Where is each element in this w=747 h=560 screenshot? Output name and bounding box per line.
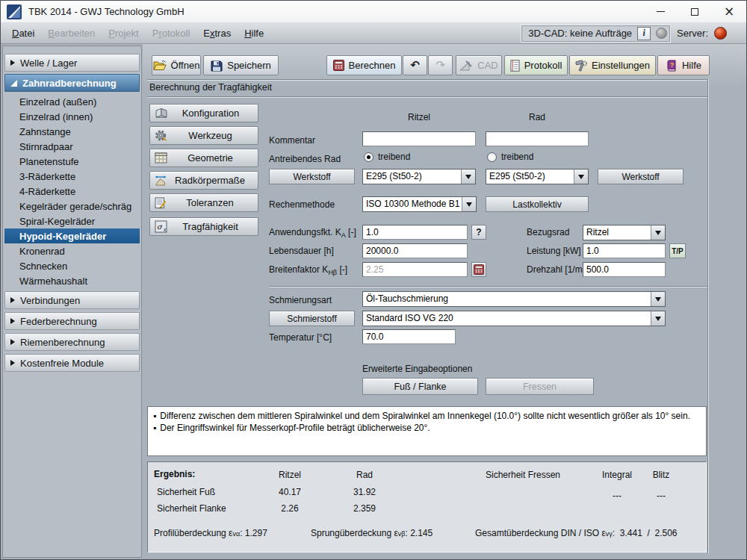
sidebar-group-riemenberechnung[interactable]: Riemenberechnung	[4, 333, 140, 351]
gesamtueberdeckung-value: Gesamtüberdeckung DIN / ISO εvγ: 3.441 /…	[475, 528, 678, 538]
konfiguration-button[interactable]: Konfiguration	[149, 104, 258, 122]
gear-icon	[155, 129, 167, 142]
schmierstoff-button[interactable]: Schmierstoff	[269, 311, 355, 326]
breitenfaktor-calculator-button[interactable]	[471, 262, 486, 277]
undo-button[interactable]: ↶	[403, 55, 427, 75]
bezugsrad-select[interactable]: Ritzel	[583, 225, 666, 240]
app-logo-icon	[7, 4, 22, 19]
cad-status-box: 3D-CAD: keine Aufträge i	[521, 25, 671, 43]
hints-box: ▪Differenz zwischen dem mittleren Spiral…	[147, 406, 707, 456]
sidebar-item-spiral-kegelraeder[interactable]: Spiral-Kegelräder	[4, 214, 140, 228]
anwendungsfaktor-label: Anwendungsfkt. KA [-]	[269, 227, 356, 239]
leistung-label: Leistung [kW]	[527, 246, 581, 256]
temperatur-input[interactable]	[362, 329, 456, 344]
calculate-button[interactable]: Berechnen	[326, 55, 402, 75]
werkstoff-ritzel-button[interactable]: Werkstoff	[269, 169, 355, 184]
divider	[147, 96, 707, 97]
info-button[interactable]: i	[637, 27, 651, 40]
fuss-flanke-button[interactable]: Fuß / Flanke	[362, 378, 478, 395]
menu-datei[interactable]: Datei	[5, 23, 41, 43]
werkstoff-ritzel-select[interactable]: E295 (St50-2)	[362, 169, 476, 184]
save-button[interactable]: Speichern	[203, 55, 279, 75]
schmierungsart-label: Schmierungsart	[269, 295, 332, 305]
undo-icon: ↶	[410, 60, 420, 71]
sidebar-item-stirnradpaar[interactable]: Stirnradpaar	[4, 139, 140, 154]
radio-checked-icon	[364, 152, 374, 162]
help-button[interactable]: ? Hilfe	[657, 55, 710, 75]
open-button[interactable]: Öffnen	[152, 55, 201, 75]
sidebar-item-kronenrad[interactable]: Kronenrad	[4, 243, 140, 258]
kommentar-label: Kommentar	[269, 135, 315, 146]
werkstoff-rad-button[interactable]: Werkstoff	[598, 169, 684, 184]
menu-extras[interactable]: Extras	[196, 23, 238, 43]
document-icon	[510, 60, 520, 72]
kommentar-rad-input[interactable]	[486, 131, 589, 146]
sidebar-item-3-raederkette[interactable]: 3-Räderkette	[4, 169, 140, 184]
chevron-right-icon	[10, 318, 15, 324]
sidebar-group-zahnradberechnung[interactable]: Zahnradberechnung	[4, 74, 140, 92]
minimize-button[interactable]	[643, 1, 678, 22]
rechenmethode-select[interactable]: ISO 10300 Methode B1	[362, 196, 477, 212]
sidebar-item-4-raederkette[interactable]: 4-Räderkette	[4, 184, 140, 199]
sidebar-group-welle-lager[interactable]: Welle / Lager	[4, 54, 140, 72]
sidebar-item-waermehaushalt[interactable]: Wärmehaushalt	[4, 273, 140, 288]
drehzahl-input[interactable]	[583, 262, 666, 277]
report-button[interactable]: Protokoll	[504, 55, 568, 75]
sidebar-group-federberechnung[interactable]: Federberechnung	[4, 312, 140, 330]
sidebar-item-einzelrad-aussen[interactable]: Einzelrad (außen)	[4, 94, 140, 109]
werkstoff-rad-select[interactable]: E295 (St50-2)	[486, 169, 589, 184]
anwendungsfaktor-input[interactable]	[362, 225, 468, 240]
divider	[269, 286, 707, 287]
chevron-down-icon	[651, 311, 665, 326]
close-icon: ×	[724, 5, 734, 18]
schmierstoff-select[interactable]: Standard ISO VG 220	[362, 311, 666, 326]
lebensdauer-label: Lebensdauer [h]	[269, 246, 334, 256]
temperatur-label: Temperatur [°C]	[269, 332, 332, 343]
sidebar-item-kegelraeder-gerade-schraeg[interactable]: Kegelräder gerade/schräg	[4, 199, 140, 214]
leistung-input[interactable]	[583, 243, 666, 258]
toleranzen-button[interactable]: Toleranzen	[149, 193, 258, 212]
radkoerpermasse-button[interactable]: Radkörpermaße	[149, 171, 258, 190]
tragfaehigkeit-button[interactable]: σ x Tragfähigkeit	[149, 217, 258, 236]
calculator-icon	[333, 60, 344, 71]
sidebar-item-einzelrad-innen[interactable]: Einzelrad (innen)	[4, 109, 140, 124]
calculator-icon	[474, 264, 484, 275]
notepad-pencil-icon	[155, 197, 167, 209]
sidebar-group-verbindungen[interactable]: Verbindungen	[4, 291, 140, 309]
radio-unchecked-icon	[487, 152, 497, 162]
sidebar-group-kostenfreie-module[interactable]: Kostenfreie Module	[4, 354, 140, 372]
close-button[interactable]: ×	[712, 1, 746, 22]
hint-line: ▪Differenz zwischen dem mittleren Spiral…	[153, 410, 701, 422]
chevron-down-icon	[462, 197, 476, 211]
sidebar-item-planetenstufe[interactable]: Planetenstufe	[4, 154, 140, 169]
treibend-ritzel-radio[interactable]: treibend	[364, 152, 410, 162]
treibend-rad-radio[interactable]: treibend	[487, 152, 533, 162]
result-fuss-ritzel: 40.17	[266, 487, 314, 497]
breitenfaktor-label: Breitenfaktor KHβ [-]	[269, 264, 347, 276]
app-window: TBK 2014 - GWJ Technology GmbH × Datei B…	[0, 0, 747, 560]
settings-button[interactable]: Einstellungen	[569, 55, 656, 75]
configuration-icon	[155, 108, 168, 119]
antreibendes-rad-label: Antreibendes Rad	[269, 154, 341, 164]
werkzeug-button[interactable]: Werkzeug	[149, 126, 258, 145]
sidebar-item-zahnstange[interactable]: Zahnstange	[4, 124, 140, 139]
sidebar-item-schnecken[interactable]: Schnecken	[4, 258, 140, 273]
geometrie-button[interactable]: Geometrie	[149, 149, 258, 167]
fressen-button: Fressen	[486, 378, 594, 395]
sidebar-item-hypoid-kegelraeder[interactable]: Hypoid-Kegelräder	[4, 228, 140, 243]
torque-power-toggle-button[interactable]: T/P	[669, 243, 686, 258]
lastkollektiv-button[interactable]: Lastkollektiv	[486, 196, 589, 212]
anwendungsfaktor-help-button[interactable]: ?	[471, 225, 486, 240]
menu-hilfe[interactable]: Hilfe	[238, 23, 270, 43]
cad-status-indicator	[656, 28, 667, 39]
column-header-rad: Rad	[486, 112, 589, 122]
kommentar-ritzel-input[interactable]	[362, 131, 476, 146]
redo-button: ↷	[428, 55, 453, 75]
window-controls: ×	[643, 1, 746, 22]
menu-projekt: Projekt	[102, 23, 145, 43]
schmierungsart-select[interactable]: Öl-Tauchschmierung	[362, 291, 666, 307]
bezugsrad-label: Bezugsrad	[527, 227, 569, 237]
result-fuss-rad: 31.92	[341, 487, 388, 497]
maximize-button[interactable]	[678, 1, 712, 22]
lebensdauer-input[interactable]	[362, 243, 468, 258]
